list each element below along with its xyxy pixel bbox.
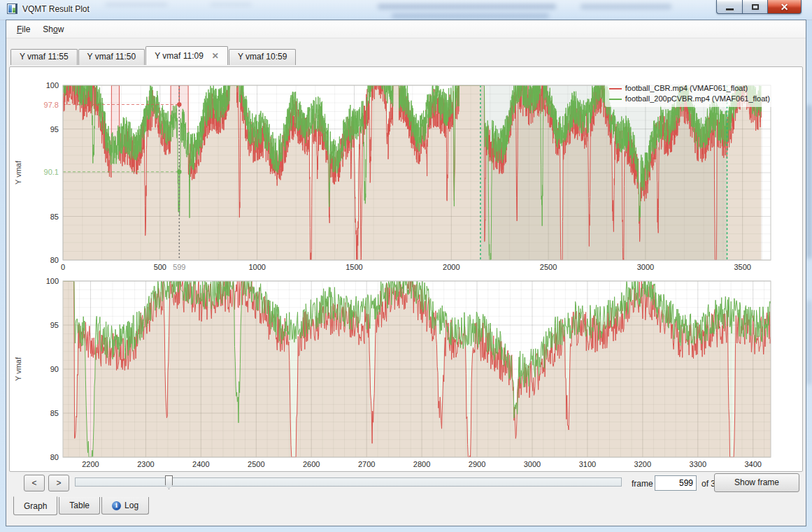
- next-frame-button[interactable]: >: [48, 475, 69, 491]
- svg-text:2800: 2800: [413, 460, 430, 468]
- svg-text:90: 90: [50, 365, 59, 373]
- maximize-button[interactable]: [742, 0, 768, 14]
- svg-text:3300: 3300: [690, 460, 706, 468]
- minimize-button[interactable]: [716, 0, 742, 14]
- tab-table[interactable]: Table: [59, 497, 100, 515]
- svg-text:2600: 2600: [303, 460, 320, 468]
- legend-line-green: [609, 99, 622, 100]
- bottom-chart[interactable]: 2200230024002500260027002800290030003100…: [10, 271, 802, 473]
- frame-slider[interactable]: [75, 477, 622, 487]
- svg-text:100: 100: [46, 277, 59, 285]
- svg-text:2700: 2700: [358, 460, 375, 468]
- info-icon: i: [112, 501, 121, 510]
- legend-item-green: football_200pCVBR.mp4 (VMAF061_float): [609, 94, 770, 104]
- svg-text:Y vmaf: Y vmaf: [14, 160, 22, 185]
- window-client-area: File Show Y vmaf 11:55 Y vmaf 11:50 Y vm…: [6, 20, 806, 526]
- menu-show[interactable]: Show: [36, 22, 70, 36]
- svg-text:2300: 2300: [137, 460, 154, 468]
- window-controls: ✕: [716, 0, 802, 14]
- window-title: VQMT Result Plot: [22, 4, 90, 14]
- tab-log[interactable]: iLog: [101, 497, 149, 515]
- svg-text:500: 500: [154, 263, 166, 271]
- svg-text:3000: 3000: [637, 263, 654, 271]
- aero-blur-artifact: [807, 301, 811, 384]
- svg-text:3500: 3500: [734, 263, 750, 271]
- legend-item-red: football_CBR.mp4 (VMAF061_float): [609, 83, 770, 94]
- svg-text:Y vmaf: Y vmaf: [14, 357, 22, 381]
- svg-text:90.1: 90.1: [44, 168, 59, 176]
- svg-text:3400: 3400: [744, 460, 761, 468]
- svg-text:2900: 2900: [469, 460, 485, 468]
- svg-text:0: 0: [61, 263, 65, 271]
- legend-line-red: [609, 88, 622, 89]
- menu-file[interactable]: File: [10, 22, 36, 36]
- show-frame-button[interactable]: Show frame: [714, 473, 799, 492]
- svg-text:1000: 1000: [248, 263, 265, 271]
- chart-legend: football_CBR.mp4 (VMAF061_float) footbal…: [605, 81, 776, 107]
- app-icon: [7, 3, 17, 14]
- chart-panel: 97.890.159905001000150020002500300035008…: [9, 66, 803, 472]
- menu-bar: File Show: [6, 20, 806, 38]
- close-button[interactable]: ✕: [768, 0, 802, 14]
- svg-text:100: 100: [46, 81, 59, 89]
- svg-text:2400: 2400: [192, 460, 209, 468]
- svg-text:3200: 3200: [634, 460, 651, 468]
- tab-y-vmaf-11-55[interactable]: Y vmaf 11:55: [10, 49, 78, 65]
- aero-blur-artifact: [807, 105, 811, 259]
- svg-text:85: 85: [50, 409, 59, 417]
- svg-text:80: 80: [50, 453, 59, 461]
- svg-text:2000: 2000: [443, 263, 460, 271]
- svg-text:2500: 2500: [540, 263, 557, 271]
- svg-text:85: 85: [50, 213, 59, 221]
- svg-text:3100: 3100: [579, 460, 596, 468]
- svg-text:95: 95: [50, 125, 59, 134]
- maximize-icon: [752, 4, 759, 10]
- tab-y-vmaf-11-09[interactable]: Y vmaf 11:09✕: [145, 46, 228, 65]
- svg-text:2200: 2200: [82, 460, 99, 468]
- prev-frame-button[interactable]: <: [24, 475, 45, 491]
- tab-graph[interactable]: Graph: [13, 496, 57, 515]
- minimize-icon: [726, 8, 734, 10]
- svg-text:1500: 1500: [346, 263, 362, 271]
- svg-text:2500: 2500: [248, 460, 264, 468]
- close-icon: ✕: [781, 2, 789, 12]
- frame-slider-handle[interactable]: [165, 475, 173, 489]
- svg-text:80: 80: [50, 256, 59, 264]
- tab-y-vmaf-11-50[interactable]: Y vmaf 11:50: [78, 49, 145, 65]
- svg-text:97.8: 97.8: [44, 101, 59, 109]
- tab-y-vmaf-10-59[interactable]: Y vmaf 10:59: [229, 49, 297, 65]
- frame-label: frame: [632, 479, 653, 489]
- svg-text:3000: 3000: [524, 460, 541, 468]
- desktop: { "window": { "title": "VQMT Result Plot…: [0, 0, 812, 532]
- title-bar[interactable]: VQMT Result Plot: [0, 0, 812, 20]
- frame-number-input[interactable]: [655, 475, 697, 491]
- result-tab-bar: Y vmaf 11:55 Y vmaf 11:50 Y vmaf 11:09✕ …: [6, 44, 806, 65]
- svg-text:95: 95: [50, 321, 59, 329]
- view-tab-bar: Graph Table iLog: [13, 497, 150, 515]
- tab-close-icon[interactable]: ✕: [212, 51, 219, 61]
- svg-text:599: 599: [173, 263, 185, 271]
